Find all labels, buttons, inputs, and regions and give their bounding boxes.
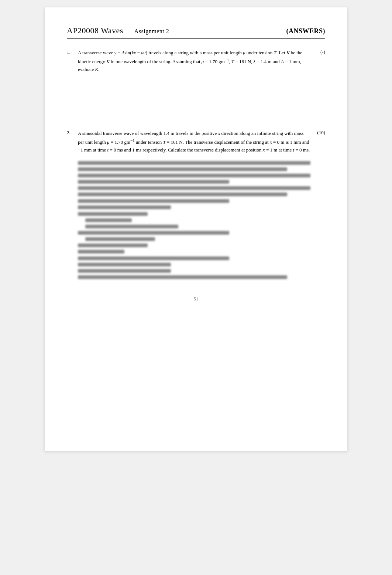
question-1: 1. A transverse wave y = Asin(kx − ωt) t…	[67, 49, 325, 118]
assignment-label: Assignment 2	[134, 28, 169, 34]
answers-label: (ANSWERS)	[286, 27, 325, 35]
question-2-body: A sinusoidal transverse wave of waveleng…	[78, 130, 310, 282]
ans-line-13	[85, 237, 155, 241]
header-left: AP20008 Waves Assignment 2	[67, 26, 169, 35]
question-1-body: A transverse wave y = Asin(kx − ωt) trav…	[78, 49, 310, 118]
ans-line-2	[78, 167, 287, 171]
ans-line-18	[78, 269, 171, 273]
ans-line-3	[78, 174, 310, 177]
ans-line-1	[78, 161, 310, 165]
ans-line-7	[78, 199, 229, 203]
page-number: 51	[67, 296, 325, 302]
ans-line-14	[78, 244, 148, 247]
question-2-marks: (10)	[310, 130, 325, 282]
ans-line-8	[78, 205, 171, 209]
ans-line-6	[78, 193, 287, 196]
ans-line-12	[78, 231, 229, 235]
ans-line-5	[78, 186, 310, 190]
question-1-marks: (-)	[310, 49, 325, 118]
ans-line-19	[78, 275, 287, 279]
ans-line-4	[78, 180, 229, 184]
question-1-space	[78, 74, 310, 118]
ans-line-9	[78, 212, 148, 216]
course-title: AP20008 Waves	[67, 26, 123, 35]
ans-line-16	[78, 256, 229, 260]
document-page: AP20008 Waves Assignment 2 (ANSWERS) 1. …	[45, 7, 347, 451]
question-1-number: 1.	[67, 49, 78, 118]
ans-line-11	[85, 225, 178, 228]
ans-line-17	[78, 263, 171, 266]
page-header: AP20008 Waves Assignment 2 (ANSWERS)	[67, 26, 325, 39]
answer-blurred-content	[78, 161, 310, 279]
ans-line-10	[85, 218, 132, 222]
question-2-text: A sinusoidal transverse wave of waveleng…	[78, 130, 310, 153]
question-2: 2. A sinusoidal transverse wave of wavel…	[67, 130, 325, 282]
ans-line-15	[78, 250, 124, 254]
question-1-text: A transverse wave y = Asin(kx − ωt) trav…	[78, 50, 302, 72]
question-2-number: 2.	[67, 130, 78, 282]
